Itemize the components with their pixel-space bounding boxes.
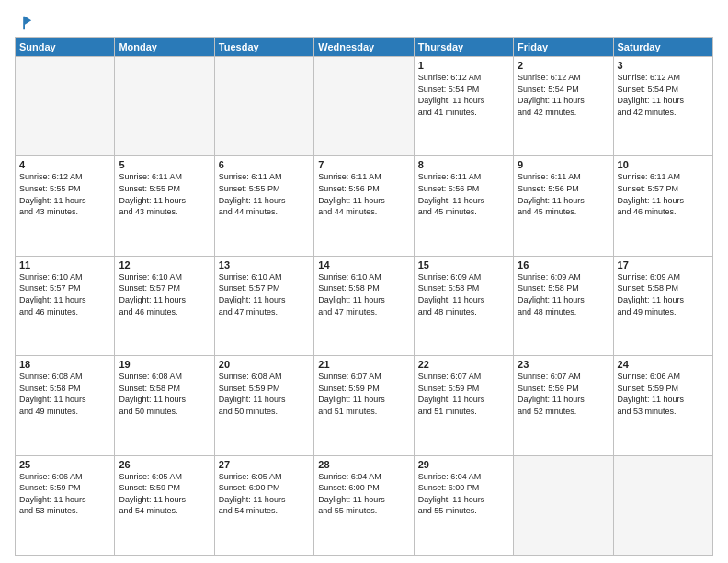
day-header-tuesday: Tuesday bbox=[214, 38, 313, 57]
day-info: Sunrise: 6:10 AM Sunset: 5:57 PM Dayligh… bbox=[119, 271, 210, 317]
calendar-cell: 10Sunrise: 6:11 AM Sunset: 5:57 PM Dayli… bbox=[613, 156, 712, 256]
day-number: 7 bbox=[318, 159, 409, 170]
day-number: 22 bbox=[418, 359, 509, 370]
day-number: 17 bbox=[618, 259, 709, 270]
day-number: 2 bbox=[518, 60, 609, 71]
day-info: Sunrise: 6:11 AM Sunset: 5:55 PM Dayligh… bbox=[119, 171, 210, 217]
day-info: Sunrise: 6:05 AM Sunset: 5:59 PM Dayligh… bbox=[119, 471, 210, 517]
calendar-cell: 22Sunrise: 6:07 AM Sunset: 5:59 PM Dayli… bbox=[414, 356, 513, 455]
logo-flag-icon bbox=[17, 15, 33, 31]
day-header-friday: Friday bbox=[514, 38, 613, 57]
day-number: 12 bbox=[119, 259, 210, 270]
day-header-sunday: Sunday bbox=[16, 38, 115, 57]
day-info: Sunrise: 6:08 AM Sunset: 5:58 PM Dayligh… bbox=[19, 371, 110, 417]
day-info: Sunrise: 6:12 AM Sunset: 5:54 PM Dayligh… bbox=[418, 72, 509, 118]
calendar-cell bbox=[314, 57, 414, 156]
day-info: Sunrise: 6:12 AM Sunset: 5:54 PM Dayligh… bbox=[618, 72, 709, 118]
calendar-cell: 25Sunrise: 6:06 AM Sunset: 5:59 PM Dayli… bbox=[16, 455, 115, 555]
svg-marker-0 bbox=[23, 17, 31, 29]
day-number: 15 bbox=[418, 259, 509, 270]
calendar-cell: 15Sunrise: 6:09 AM Sunset: 5:58 PM Dayli… bbox=[414, 256, 513, 355]
day-info: Sunrise: 6:05 AM Sunset: 6:00 PM Dayligh… bbox=[219, 471, 310, 517]
logo bbox=[15, 15, 33, 31]
calendar-cell bbox=[16, 57, 115, 156]
day-info: Sunrise: 6:12 AM Sunset: 5:55 PM Dayligh… bbox=[19, 171, 110, 217]
calendar-cell: 28Sunrise: 6:04 AM Sunset: 6:00 PM Dayli… bbox=[314, 455, 414, 555]
calendar-cell bbox=[613, 455, 712, 555]
day-header-thursday: Thursday bbox=[414, 38, 513, 57]
day-number: 3 bbox=[618, 60, 709, 71]
calendar-cell: 16Sunrise: 6:09 AM Sunset: 5:58 PM Dayli… bbox=[514, 256, 613, 355]
day-number: 18 bbox=[19, 359, 110, 370]
calendar-week-2: 4Sunrise: 6:12 AM Sunset: 5:55 PM Daylig… bbox=[16, 156, 713, 256]
day-info: Sunrise: 6:06 AM Sunset: 5:59 PM Dayligh… bbox=[618, 371, 709, 417]
day-info: Sunrise: 6:09 AM Sunset: 5:58 PM Dayligh… bbox=[418, 271, 509, 317]
day-number: 19 bbox=[119, 359, 210, 370]
day-number: 9 bbox=[518, 159, 609, 170]
calendar-cell: 27Sunrise: 6:05 AM Sunset: 6:00 PM Dayli… bbox=[214, 455, 313, 555]
calendar-cell: 20Sunrise: 6:08 AM Sunset: 5:59 PM Dayli… bbox=[214, 356, 313, 455]
day-number: 16 bbox=[518, 259, 609, 270]
calendar-cell: 18Sunrise: 6:08 AM Sunset: 5:58 PM Dayli… bbox=[16, 356, 115, 455]
calendar-cell: 14Sunrise: 6:10 AM Sunset: 5:58 PM Dayli… bbox=[314, 256, 414, 355]
page: SundayMondayTuesdayWednesdayThursdayFrid… bbox=[0, 0, 728, 563]
day-number: 24 bbox=[618, 359, 709, 370]
calendar-table: SundayMondayTuesdayWednesdayThursdayFrid… bbox=[15, 37, 713, 556]
day-info: Sunrise: 6:11 AM Sunset: 5:56 PM Dayligh… bbox=[318, 171, 409, 217]
day-number: 13 bbox=[219, 259, 310, 270]
day-info: Sunrise: 6:04 AM Sunset: 6:00 PM Dayligh… bbox=[418, 471, 509, 517]
day-number: 14 bbox=[318, 259, 409, 270]
day-number: 27 bbox=[219, 459, 310, 470]
calendar-cell: 12Sunrise: 6:10 AM Sunset: 5:57 PM Dayli… bbox=[115, 256, 214, 355]
calendar-cell bbox=[214, 57, 313, 156]
day-info: Sunrise: 6:07 AM Sunset: 5:59 PM Dayligh… bbox=[318, 371, 409, 417]
day-info: Sunrise: 6:11 AM Sunset: 5:57 PM Dayligh… bbox=[618, 171, 709, 217]
day-number: 11 bbox=[19, 259, 110, 270]
day-info: Sunrise: 6:07 AM Sunset: 5:59 PM Dayligh… bbox=[418, 371, 509, 417]
calendar-header-row: SundayMondayTuesdayWednesdayThursdayFrid… bbox=[16, 38, 713, 57]
day-info: Sunrise: 6:09 AM Sunset: 5:58 PM Dayligh… bbox=[618, 271, 709, 317]
calendar-cell: 2Sunrise: 6:12 AM Sunset: 5:54 PM Daylig… bbox=[514, 57, 613, 156]
calendar-cell bbox=[514, 455, 613, 555]
calendar-cell: 11Sunrise: 6:10 AM Sunset: 5:57 PM Dayli… bbox=[16, 256, 115, 355]
calendar-cell: 23Sunrise: 6:07 AM Sunset: 5:59 PM Dayli… bbox=[514, 356, 613, 455]
day-number: 25 bbox=[19, 459, 110, 470]
calendar-cell: 3Sunrise: 6:12 AM Sunset: 5:54 PM Daylig… bbox=[613, 57, 712, 156]
calendar-cell: 7Sunrise: 6:11 AM Sunset: 5:56 PM Daylig… bbox=[314, 156, 414, 256]
day-info: Sunrise: 6:10 AM Sunset: 5:57 PM Dayligh… bbox=[19, 271, 110, 317]
calendar-week-1: 1Sunrise: 6:12 AM Sunset: 5:54 PM Daylig… bbox=[16, 57, 713, 156]
day-info: Sunrise: 6:12 AM Sunset: 5:54 PM Dayligh… bbox=[518, 72, 609, 118]
day-number: 29 bbox=[418, 459, 509, 470]
calendar-cell: 26Sunrise: 6:05 AM Sunset: 5:59 PM Dayli… bbox=[115, 455, 214, 555]
day-header-monday: Monday bbox=[115, 38, 214, 57]
day-info: Sunrise: 6:11 AM Sunset: 5:55 PM Dayligh… bbox=[219, 171, 310, 217]
calendar-cell: 17Sunrise: 6:09 AM Sunset: 5:58 PM Dayli… bbox=[613, 256, 712, 355]
day-number: 1 bbox=[418, 60, 509, 71]
calendar-cell: 5Sunrise: 6:11 AM Sunset: 5:55 PM Daylig… bbox=[115, 156, 214, 256]
calendar-cell: 13Sunrise: 6:10 AM Sunset: 5:57 PM Dayli… bbox=[214, 256, 313, 355]
calendar-cell: 6Sunrise: 6:11 AM Sunset: 5:55 PM Daylig… bbox=[214, 156, 313, 256]
calendar-week-4: 18Sunrise: 6:08 AM Sunset: 5:58 PM Dayli… bbox=[16, 356, 713, 455]
calendar-cell: 21Sunrise: 6:07 AM Sunset: 5:59 PM Dayli… bbox=[314, 356, 414, 455]
day-number: 26 bbox=[119, 459, 210, 470]
day-info: Sunrise: 6:07 AM Sunset: 5:59 PM Dayligh… bbox=[518, 371, 609, 417]
day-info: Sunrise: 6:09 AM Sunset: 5:58 PM Dayligh… bbox=[518, 271, 609, 317]
day-header-saturday: Saturday bbox=[613, 38, 712, 57]
day-header-wednesday: Wednesday bbox=[314, 38, 414, 57]
calendar-week-5: 25Sunrise: 6:06 AM Sunset: 5:59 PM Dayli… bbox=[16, 455, 713, 555]
day-number: 5 bbox=[119, 159, 210, 170]
calendar-cell: 4Sunrise: 6:12 AM Sunset: 5:55 PM Daylig… bbox=[16, 156, 115, 256]
day-number: 8 bbox=[418, 159, 509, 170]
day-number: 21 bbox=[318, 359, 409, 370]
day-info: Sunrise: 6:10 AM Sunset: 5:58 PM Dayligh… bbox=[318, 271, 409, 317]
day-info: Sunrise: 6:06 AM Sunset: 5:59 PM Dayligh… bbox=[19, 471, 110, 517]
calendar-cell: 19Sunrise: 6:08 AM Sunset: 5:58 PM Dayli… bbox=[115, 356, 214, 455]
day-number: 23 bbox=[518, 359, 609, 370]
day-info: Sunrise: 6:08 AM Sunset: 5:59 PM Dayligh… bbox=[219, 371, 310, 417]
day-number: 10 bbox=[618, 159, 709, 170]
day-info: Sunrise: 6:11 AM Sunset: 5:56 PM Dayligh… bbox=[418, 171, 509, 217]
day-number: 28 bbox=[318, 459, 409, 470]
calendar-cell: 29Sunrise: 6:04 AM Sunset: 6:00 PM Dayli… bbox=[414, 455, 513, 555]
day-info: Sunrise: 6:11 AM Sunset: 5:56 PM Dayligh… bbox=[518, 171, 609, 217]
calendar-cell: 9Sunrise: 6:11 AM Sunset: 5:56 PM Daylig… bbox=[514, 156, 613, 256]
